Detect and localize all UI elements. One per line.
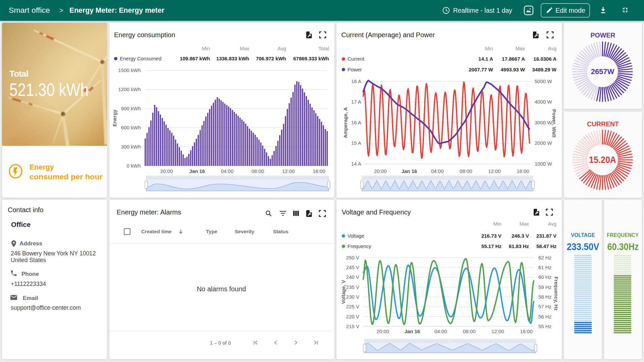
svg-text:08:00: 08:00 bbox=[252, 168, 264, 174]
svg-text:55 Hz: 55 Hz bbox=[538, 323, 551, 329]
svg-text:216.73 V: 216.73 V bbox=[481, 233, 501, 239]
svg-text:2007.77 W: 2007.77 W bbox=[469, 67, 493, 72]
svg-text:FREQUENCY: FREQUENCY bbox=[607, 232, 639, 238]
svg-text:Max: Max bbox=[520, 221, 529, 227]
svg-text:16:00: 16:00 bbox=[520, 328, 533, 334]
svg-text:Smart office: Smart office bbox=[9, 6, 50, 14]
svg-text:300 kWh: 300 kWh bbox=[121, 144, 141, 149]
svg-text:235 V: 235 V bbox=[346, 284, 359, 290]
svg-text:20:00: 20:00 bbox=[377, 328, 389, 334]
svg-text:706.972 kWh: 706.972 kWh bbox=[256, 56, 286, 61]
svg-text:15.20A: 15.20A bbox=[589, 155, 616, 165]
svg-text:Total: Total bbox=[9, 69, 29, 79]
svg-text:Energy Meter: Energy meter: Energy Meter: Energy meter bbox=[69, 6, 164, 14]
svg-text:1000 W: 1000 W bbox=[535, 161, 552, 167]
svg-text:2000 W: 2000 W bbox=[535, 140, 552, 146]
svg-text:Current (Amperage) and Power: Current (Amperage) and Power bbox=[341, 31, 435, 39]
svg-text:Jan 16: Jan 16 bbox=[401, 168, 417, 174]
svg-text:Amperage, A: Amperage, A bbox=[342, 107, 348, 138]
svg-text:14.1 A: 14.1 A bbox=[478, 56, 493, 62]
svg-text:04:00: 04:00 bbox=[434, 328, 447, 334]
svg-text:Jan 16: Jan 16 bbox=[189, 168, 205, 174]
svg-text:Avg: Avg bbox=[548, 221, 556, 227]
svg-text:Created time: Created time bbox=[141, 229, 172, 234]
svg-text:246.3 V: 246.3 V bbox=[512, 233, 529, 239]
svg-text:16 A: 16 A bbox=[351, 120, 361, 125]
svg-text:16.0306 A: 16.0306 A bbox=[533, 56, 556, 62]
svg-text:58.47 Hz: 58.47 Hz bbox=[536, 243, 556, 249]
svg-text:Edit mode: Edit mode bbox=[555, 7, 585, 14]
svg-text:consumed per hour: consumed per hour bbox=[30, 173, 103, 181]
svg-text:17.8667 A: 17.8667 A bbox=[502, 56, 525, 62]
svg-text:United States: United States bbox=[11, 257, 46, 263]
svg-text:>: > bbox=[59, 7, 63, 14]
svg-text:Energy: Energy bbox=[112, 109, 117, 127]
svg-text:1500 kWh: 1500 kWh bbox=[118, 67, 141, 73]
svg-text:20:00: 20:00 bbox=[160, 168, 173, 174]
svg-text:+1112223334: +1112223334 bbox=[11, 281, 46, 287]
svg-text:60 Hz: 60 Hz bbox=[538, 274, 551, 280]
svg-text:59 Hz: 59 Hz bbox=[538, 284, 551, 290]
svg-text:233.50V: 233.50V bbox=[567, 241, 599, 252]
svg-text:2657W: 2657W bbox=[591, 67, 614, 76]
svg-text:230 V: 230 V bbox=[346, 294, 359, 300]
svg-text:0 kWh: 0 kWh bbox=[126, 163, 141, 169]
svg-text:61 Hz: 61 Hz bbox=[538, 264, 551, 270]
svg-text:Frequency, Hz: Frequency, Hz bbox=[553, 277, 559, 310]
svg-text:67869.333 kWh: 67869.333 kWh bbox=[293, 56, 329, 61]
svg-text:Max: Max bbox=[516, 46, 525, 51]
svg-text:Total: Total bbox=[318, 46, 329, 51]
svg-text:17 A: 17 A bbox=[351, 99, 361, 105]
svg-text:Avg: Avg bbox=[277, 46, 286, 51]
svg-text:12:00: 12:00 bbox=[282, 168, 295, 174]
svg-text:57 Hz: 57 Hz bbox=[538, 304, 551, 309]
svg-text:3489.29 W: 3489.29 W bbox=[532, 67, 556, 72]
svg-text:VOLTAGE: VOLTAGE bbox=[571, 232, 595, 238]
svg-text:5000 W: 5000 W bbox=[535, 78, 552, 84]
svg-text:12:00: 12:00 bbox=[491, 328, 504, 334]
svg-text:Energy: Energy bbox=[30, 163, 54, 171]
svg-text:18 A: 18 A bbox=[351, 78, 361, 84]
svg-text:3000 W: 3000 W bbox=[535, 120, 552, 125]
svg-text:20:00: 20:00 bbox=[374, 168, 387, 174]
svg-text:Min: Min bbox=[485, 46, 493, 51]
svg-text:Power, Watt: Power, Watt bbox=[551, 109, 557, 137]
svg-text:1200 kWh: 1200 kWh bbox=[118, 86, 141, 92]
svg-text:Frequency: Frequency bbox=[347, 243, 371, 249]
svg-text:14 A: 14 A bbox=[351, 161, 361, 167]
svg-text:Energy Consumed: Energy Consumed bbox=[120, 56, 161, 61]
svg-text:600 kWh: 600 kWh bbox=[121, 125, 141, 130]
svg-text:Contact info: Contact info bbox=[8, 206, 44, 214]
svg-text:245 V: 245 V bbox=[346, 264, 359, 270]
svg-text:Phone: Phone bbox=[21, 271, 39, 277]
svg-text:Energy consumption: Energy consumption bbox=[114, 31, 175, 39]
svg-text:60.30Hz: 60.30Hz bbox=[607, 241, 639, 252]
svg-text:900 kWh: 900 kWh bbox=[121, 106, 141, 111]
svg-text:4000 W: 4000 W bbox=[535, 99, 552, 105]
svg-text:Address: Address bbox=[19, 240, 42, 247]
svg-text:POWER: POWER bbox=[591, 31, 615, 39]
svg-text:240 V: 240 V bbox=[346, 274, 359, 280]
svg-text:04:00: 04:00 bbox=[221, 168, 234, 174]
svg-text:Office: Office bbox=[11, 221, 31, 228]
svg-text:109.867 kWh: 109.867 kWh bbox=[180, 56, 210, 61]
svg-text:Jan 16: Jan 16 bbox=[405, 328, 420, 334]
svg-text:12:00: 12:00 bbox=[488, 168, 501, 174]
svg-text:Status: Status bbox=[273, 229, 288, 234]
svg-text:Voltage and Frequency: Voltage and Frequency bbox=[342, 208, 411, 216]
svg-text:Voltage, V: Voltage, V bbox=[340, 280, 346, 304]
svg-text:4993.93 W: 4993.93 W bbox=[500, 67, 525, 72]
svg-text:215 V: 215 V bbox=[346, 323, 359, 329]
svg-text:Max: Max bbox=[240, 46, 250, 51]
svg-text:Voltage: Voltage bbox=[347, 233, 364, 239]
svg-text:Severity: Severity bbox=[235, 229, 255, 234]
svg-text:Avg: Avg bbox=[548, 46, 556, 51]
svg-text:Min: Min bbox=[202, 46, 210, 51]
svg-text:Power: Power bbox=[347, 67, 362, 72]
svg-text:support@office-center.com: support@office-center.com bbox=[11, 304, 81, 311]
svg-text:58 Hz: 58 Hz bbox=[538, 294, 551, 300]
svg-text:Current: Current bbox=[347, 56, 365, 62]
svg-text:15 A: 15 A bbox=[351, 140, 361, 146]
svg-text:1 – 0 of 0: 1 – 0 of 0 bbox=[210, 340, 231, 346]
svg-text:04:00: 04:00 bbox=[431, 168, 444, 174]
